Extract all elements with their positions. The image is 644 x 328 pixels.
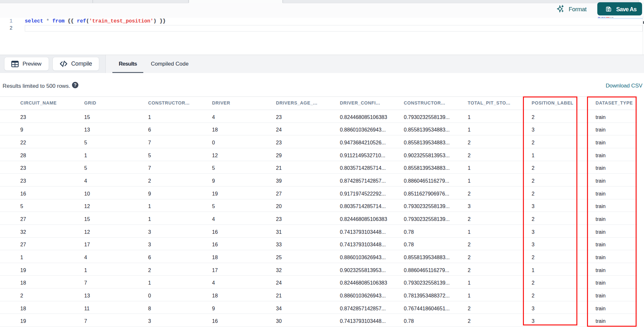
svg-text:?: ? [74, 82, 77, 87]
